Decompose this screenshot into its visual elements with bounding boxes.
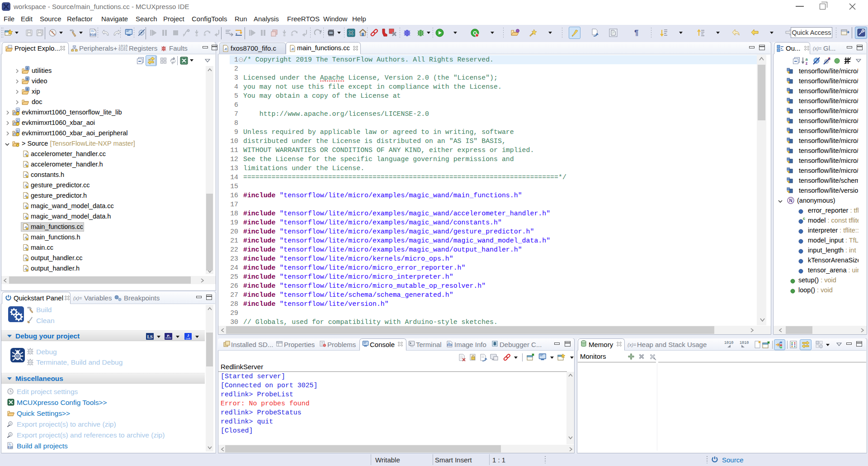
- svg-text:.c: .c: [224, 47, 227, 51]
- svg-text:.c: .c: [291, 47, 294, 51]
- svg-text:010: 010: [8, 446, 13, 449]
- svg-text:Link: Link: [186, 337, 190, 340]
- svg-text:010: 010: [90, 33, 96, 37]
- svg-text:C: C: [17, 129, 19, 133]
- svg-text:c: c: [27, 67, 28, 70]
- svg-text:P.: P.: [167, 334, 170, 338]
- svg-text:010: 010: [447, 343, 452, 347]
- svg-text:c: c: [27, 77, 28, 80]
- svg-text:LS: LS: [147, 334, 153, 339]
- svg-text:z: z: [806, 61, 808, 65]
- svg-text:c: c: [27, 87, 28, 90]
- svg-text:N: N: [789, 198, 792, 203]
- svg-text:C: C: [17, 108, 19, 112]
- svg-text:C: C: [17, 119, 19, 123]
